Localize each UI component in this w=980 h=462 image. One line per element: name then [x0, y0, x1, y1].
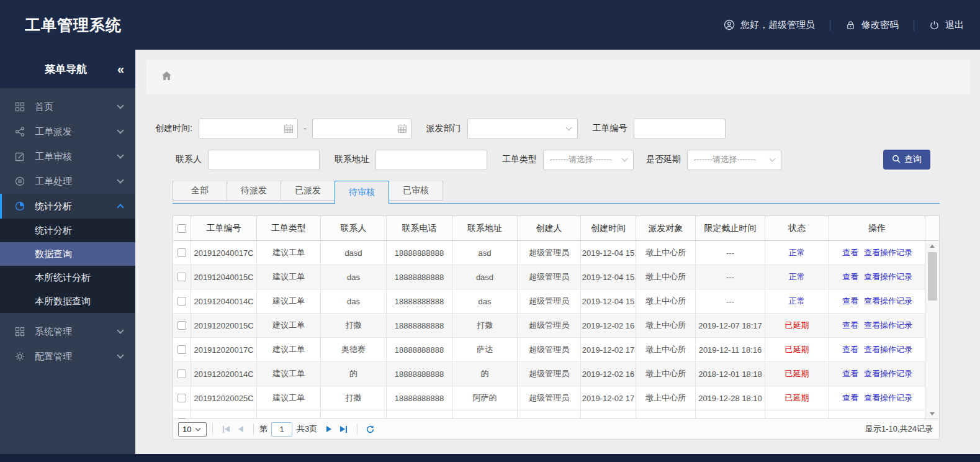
column-header-10[interactable]: 操作	[829, 216, 925, 240]
sidebar-item-9[interactable]: 系统管理	[0, 319, 135, 344]
view-records-link[interactable]: 查看操作记录	[864, 344, 912, 355]
sidebar-subitem-7[interactable]: 本所统计分析	[0, 266, 135, 289]
view-records-link[interactable]: 查看操作记录	[864, 296, 912, 307]
column-header-4[interactable]: 联系地址	[452, 216, 518, 240]
view-link[interactable]: 查看	[842, 247, 858, 258]
view-link[interactable]: 查看	[842, 296, 858, 307]
table-row	[173, 410, 925, 419]
order-no-input[interactable]	[634, 119, 726, 139]
user-greeting[interactable]: 您好，超级管理员	[724, 19, 815, 31]
delay-select[interactable]: -------请选择-------	[687, 150, 781, 170]
address-input[interactable]	[375, 150, 487, 170]
view-link[interactable]: 查看	[842, 271, 858, 283]
column-header-5[interactable]: 创建人	[518, 216, 581, 240]
order-type-select[interactable]: -------请选择-------	[543, 150, 634, 170]
cell-created: 2019-12-02 17	[581, 386, 636, 410]
current-page-input[interactable]	[271, 422, 292, 437]
row-checkbox[interactable]	[178, 394, 186, 402]
table-scrollbar[interactable]	[925, 241, 939, 419]
row-checkbox[interactable]	[178, 345, 186, 354]
scrollbar-spacer-cell	[925, 216, 939, 240]
last-page-button[interactable]	[336, 426, 351, 433]
sidebar-title-bar: 菜单导航 «	[0, 50, 135, 88]
contact-input[interactable]	[208, 150, 320, 170]
view-records-link[interactable]: 查看操作记录	[864, 247, 912, 258]
column-header-0[interactable]: 工单编号	[191, 216, 257, 240]
row-select-cell	[173, 386, 191, 410]
scroll-down-icon[interactable]	[925, 409, 939, 419]
view-records-link[interactable]: 查看操作记录	[864, 271, 912, 283]
sidebar-subitem-6[interactable]: 数据查询	[0, 242, 135, 266]
column-header-7[interactable]: 派发对象	[636, 216, 696, 240]
view-records-link[interactable]: 查看操作记录	[864, 368, 912, 379]
row-checkbox[interactable]	[178, 297, 186, 306]
cell-actions: 查看查看操作记录	[829, 362, 925, 386]
search-button[interactable]: 查询	[883, 150, 930, 170]
row-checkbox[interactable]	[178, 369, 186, 378]
cell-phone: 18888888888	[387, 362, 452, 386]
column-header-3[interactable]: 联系电话	[387, 216, 452, 240]
tab-4[interactable]: 已审核	[389, 181, 443, 201]
sidebar-item-label: 统计分析	[35, 201, 118, 212]
cell-created: 2019-12-04 15	[581, 241, 636, 265]
prev-page-button[interactable]	[234, 426, 248, 432]
home-icon[interactable]	[161, 70, 173, 84]
row-select-cell	[173, 362, 191, 386]
table-header-row: 工单编号工单类型联系人联系电话联系地址创建人创建时间派发对象限定截止时间状态操作	[173, 216, 939, 241]
view-link[interactable]: 查看	[842, 392, 858, 404]
scrollbar-thumb[interactable]	[928, 252, 937, 301]
view-records-link[interactable]: 查看操作记录	[864, 392, 912, 404]
refresh-icon[interactable]	[363, 425, 377, 434]
tab-2[interactable]: 已派发	[281, 181, 335, 201]
next-page-button[interactable]	[322, 426, 336, 432]
column-header-6[interactable]: 创建时间	[581, 216, 636, 240]
table-row: 201912040015C建议工单das18888888888dasd超级管理员…	[173, 265, 925, 289]
tab-1[interactable]: 待派发	[227, 181, 281, 201]
create-time-end-input[interactable]	[312, 119, 411, 139]
cell-contact	[321, 410, 387, 419]
logout-button[interactable]: 退出	[929, 19, 964, 31]
cell-creator: 超级管理员	[518, 314, 581, 337]
scroll-up-icon[interactable]	[925, 241, 939, 251]
view-link[interactable]: 查看	[842, 368, 858, 379]
sidebar-item-2[interactable]: 工单审核	[0, 144, 135, 169]
sidebar-item-1[interactable]: 工单派发	[0, 119, 135, 144]
table-row: 201912020014C建议工单的18888888888的超级管理员2019-…	[173, 362, 925, 386]
first-page-button[interactable]	[218, 426, 234, 433]
row-checkbox[interactable]	[178, 321, 186, 330]
cell-status: 正常	[765, 289, 829, 313]
tab-0[interactable]: 全部	[173, 181, 227, 201]
column-header-9[interactable]: 状态	[765, 216, 829, 240]
sidebar-item-10[interactable]: 配置管理	[0, 344, 135, 369]
view-link[interactable]: 查看	[842, 344, 858, 355]
row-checkbox[interactable]	[178, 273, 186, 281]
sidebar-item-3[interactable]: 工单处理	[0, 169, 135, 194]
sidebar-subitem-8[interactable]: 本所数据查询	[0, 289, 135, 313]
column-header-8[interactable]: 限定截止时间	[696, 216, 765, 240]
page-size-select[interactable]: 10	[178, 422, 207, 437]
cell-phone: 18888888888	[387, 338, 452, 361]
page-size-value: 10	[182, 425, 191, 434]
dispatch-dept-select[interactable]	[467, 119, 578, 139]
header-separator	[914, 20, 914, 30]
column-header-2[interactable]: 联系人	[321, 216, 387, 240]
row-checkbox[interactable]	[178, 418, 186, 419]
sidebar-item-0[interactable]: 首页	[0, 94, 135, 119]
create-time-start-input[interactable]	[199, 119, 298, 139]
select-all-checkbox[interactable]	[178, 224, 186, 233]
cell-actions: 查看查看操作记录	[829, 338, 925, 361]
sidebar-subitem-5[interactable]: 统计分析	[0, 219, 135, 242]
table-row: 201912040017C建议工单dasd18888888888asd超级管理员…	[173, 241, 925, 265]
tab-3[interactable]: 待审核	[335, 181, 389, 204]
view-link[interactable]: 查看	[842, 320, 858, 331]
cell-contact: das	[321, 265, 387, 289]
dispatch-dept-label: 派发部门	[426, 123, 461, 134]
sidebar-collapse-icon[interactable]: «	[117, 62, 123, 76]
row-checkbox[interactable]	[178, 248, 186, 257]
cell-actions: 查看查看操作记录	[829, 265, 925, 289]
change-password-button[interactable]: 修改密码	[845, 19, 899, 31]
view-records-link[interactable]: 查看操作记录	[864, 320, 912, 331]
column-header-1[interactable]: 工单类型	[257, 216, 321, 240]
cell-created: 2019-12-04 15	[581, 289, 636, 313]
sidebar-item-4[interactable]: 统计分析	[0, 194, 135, 219]
